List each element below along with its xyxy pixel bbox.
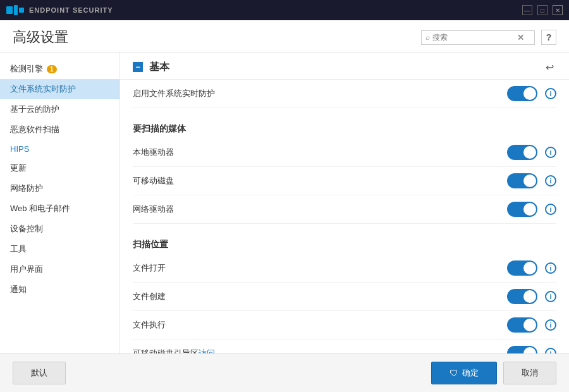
- reset-button[interactable]: ↩: [542, 60, 556, 74]
- svg-rect-0: [6, 6, 13, 14]
- scan-item-row-2: 文件执行 i: [133, 311, 556, 340]
- media-info-icon-2[interactable]: i: [545, 204, 556, 215]
- footer: 默认 🛡 确定 取消: [0, 353, 569, 392]
- sidebar-label-detection-engine: 检测引擎: [10, 63, 43, 75]
- search-clear-icon[interactable]: ✕: [517, 33, 524, 42]
- scan-item-row-0: 文件打开 i: [133, 254, 556, 283]
- scan-item-controls-0: i: [507, 260, 556, 276]
- settings-content: 启用文件系统实时防护 i 要扫描的媒体 本地驱动器: [120, 80, 569, 353]
- title-bar-left: ENDPOINT SECURITY: [6, 5, 113, 15]
- sidebar-item-device-control[interactable]: 设备控制: [0, 219, 119, 239]
- footer-right: 🛡 确定 取消: [431, 362, 556, 384]
- sidebar-label-network-protection: 网络防护: [10, 183, 43, 194]
- scan-toggle-1[interactable]: [507, 289, 537, 304]
- sidebar-item-ui[interactable]: 用户界面: [0, 259, 119, 279]
- sidebar-item-detection-engine[interactable]: 检测引擎1: [0, 59, 119, 79]
- scan-pos-items-container: 文件打开 i 文件创建 i 文件执行 i: [133, 254, 556, 353]
- scan-info-icon-0[interactable]: i: [545, 262, 556, 274]
- media-section-title: 要扫描的媒体: [133, 113, 556, 138]
- media-toggle-1[interactable]: [507, 173, 537, 188]
- maximize-button[interactable]: □: [537, 5, 548, 15]
- scan-item-controls-1: i: [507, 289, 556, 304]
- main-toggle-info-icon[interactable]: i: [545, 88, 556, 99]
- media-toggle-2[interactable]: [507, 202, 537, 217]
- media-toggle-knob-0: [523, 146, 536, 159]
- close-button[interactable]: ✕: [553, 5, 563, 15]
- content-area: − 基本 ↩ 启用文件系统实时防护 i: [120, 52, 569, 353]
- media-item-label-2: 网络驱动器: [133, 204, 507, 215]
- scan-info-icon-3[interactable]: i: [545, 348, 556, 353]
- sidebar-item-tools[interactable]: 工具: [0, 239, 119, 259]
- svg-rect-2: [19, 8, 24, 13]
- page-title: 高级设置: [13, 28, 68, 47]
- media-toggle-0[interactable]: [507, 145, 537, 160]
- sidebar-item-realtime-protection[interactable]: 文件系统实时防护: [0, 79, 119, 99]
- svg-rect-1: [14, 5, 18, 15]
- media-item-row-2: 网络驱动器 i: [133, 195, 556, 224]
- sidebar-item-notify[interactable]: 通知: [0, 279, 119, 300]
- media-item-label-1: 可移动磁盘: [133, 175, 507, 187]
- section-header: − 基本 ↩: [120, 52, 569, 80]
- body-row: 检测引擎1文件系统实时防护基于云的防护恶意软件扫描HIPS更新网络防护Web 和…: [0, 52, 569, 353]
- sidebar-item-hips[interactable]: HIPS: [0, 140, 119, 158]
- default-button[interactable]: 默认: [13, 362, 66, 384]
- reset-icon: ↩: [546, 61, 554, 73]
- header-row: 高级设置 ⌕ ✕ ?: [0, 20, 569, 52]
- scan-pos-section-title: 扫描位置: [133, 229, 556, 254]
- help-button[interactable]: ?: [541, 30, 556, 45]
- sidebar-item-malware-scan[interactable]: 恶意软件扫描: [0, 119, 119, 140]
- scan-toggle-3[interactable]: [507, 346, 537, 353]
- scan-item-label-0: 文件打开: [133, 262, 507, 274]
- scan-toggle-0[interactable]: [507, 260, 537, 276]
- media-item-row-1: 可移动磁盘 i: [133, 167, 556, 195]
- main-toggle-switch[interactable]: [507, 86, 537, 101]
- media-toggle-knob-2: [523, 203, 536, 216]
- scan-link-3[interactable]: 访问: [199, 348, 215, 353]
- media-item-controls-0: i: [507, 145, 556, 160]
- media-info-icon-0[interactable]: i: [545, 147, 556, 158]
- search-input[interactable]: [432, 33, 515, 42]
- confirm-button[interactable]: 🛡 确定: [431, 362, 497, 384]
- sidebar: 检测引擎1文件系统实时防护基于云的防护恶意软件扫描HIPS更新网络防护Web 和…: [0, 52, 120, 353]
- sidebar-item-network-protection[interactable]: 网络防护: [0, 178, 119, 199]
- app-logo: [6, 5, 24, 15]
- scan-info-icon-1[interactable]: i: [545, 291, 556, 302]
- scan-toggle-2[interactable]: [507, 317, 537, 333]
- sidebar-item-update[interactable]: 更新: [0, 158, 119, 178]
- scan-item-label-2: 文件执行: [133, 319, 507, 331]
- sidebar-label-cloud-protection: 基于云的防护: [10, 104, 59, 115]
- cancel-button[interactable]: 取消: [503, 362, 556, 384]
- scan-info-icon-2[interactable]: i: [545, 319, 556, 331]
- media-info-icon-1[interactable]: i: [545, 175, 556, 187]
- sidebar-label-tools: 工具: [10, 243, 27, 255]
- search-box: ⌕ ✕: [421, 30, 535, 45]
- collapse-button[interactable]: −: [133, 62, 143, 72]
- main-toggle-knob: [523, 87, 536, 100]
- divider-1: [133, 108, 556, 113]
- main-toggle-controls: i: [507, 86, 556, 101]
- scan-toggle-knob-0: [523, 262, 536, 274]
- main-toggle-label: 启用文件系统实时防护: [133, 88, 507, 99]
- media-item-controls-2: i: [507, 202, 556, 217]
- badge-detection-engine: 1: [47, 65, 57, 73]
- sidebar-label-realtime-protection: 文件系统实时防护: [10, 83, 76, 95]
- title-bar-controls: — □ ✕: [522, 5, 563, 15]
- app-name: ENDPOINT SECURITY: [29, 6, 113, 14]
- sidebar-item-cloud-protection[interactable]: 基于云的防护: [0, 99, 119, 119]
- title-bar: ENDPOINT SECURITY — □ ✕: [0, 0, 569, 20]
- media-item-label-0: 本地驱动器: [133, 147, 507, 158]
- media-toggle-knob-1: [523, 175, 536, 187]
- sidebar-label-update: 更新: [10, 162, 27, 174]
- scan-item-row-3: 可移动磁盘引导区访问 i: [133, 340, 556, 353]
- scan-toggle-knob-1: [523, 290, 536, 303]
- minimize-button[interactable]: —: [522, 5, 532, 15]
- main-toggle-row: 启用文件系统实时防护 i: [133, 80, 556, 108]
- collapse-icon: −: [135, 63, 140, 71]
- sidebar-item-web-email[interactable]: Web 和电子邮件: [0, 199, 119, 219]
- shield-icon: 🛡: [450, 368, 458, 378]
- media-item-controls-1: i: [507, 173, 556, 188]
- media-items-container: 本地驱动器 i 可移动磁盘 i 网络驱动器 i: [133, 138, 556, 224]
- divider-2: [133, 224, 556, 229]
- scan-item-controls-3: i: [507, 346, 556, 353]
- sidebar-label-notify: 通知: [10, 284, 27, 295]
